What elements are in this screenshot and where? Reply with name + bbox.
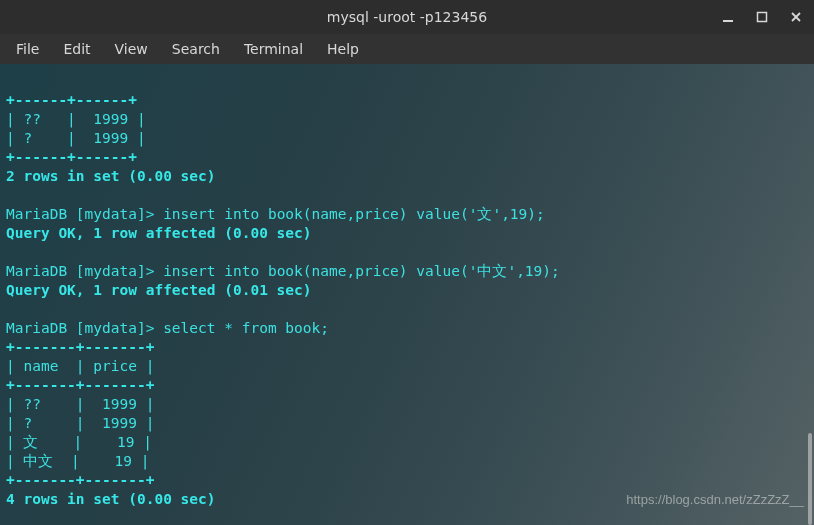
table-row: | ?? | 1999 | bbox=[6, 111, 146, 127]
db-prompt: MariaDB [mydata]> bbox=[6, 263, 163, 279]
scroll-thumb[interactable] bbox=[808, 433, 812, 525]
maximize-icon bbox=[756, 11, 768, 23]
table-row: | ? | 1999 | bbox=[6, 415, 154, 431]
menu-bar: File Edit View Search Terminal Help bbox=[0, 34, 814, 64]
table-row: | 文 | 19 | bbox=[6, 434, 152, 450]
sql-statement: insert into book(name,price) value('中文',… bbox=[163, 263, 560, 279]
table-header: | name | price | bbox=[6, 358, 154, 374]
table-row: | 中文 | 19 | bbox=[6, 453, 150, 469]
menu-view[interactable]: View bbox=[105, 37, 158, 61]
table-border: +-------+-------+ bbox=[6, 377, 154, 393]
menu-search[interactable]: Search bbox=[162, 37, 230, 61]
window-controls bbox=[716, 0, 808, 34]
table-row: | ?? | 1999 | bbox=[6, 396, 154, 412]
menu-edit[interactable]: Edit bbox=[53, 37, 100, 61]
db-prompt: MariaDB [mydata]> bbox=[6, 320, 163, 336]
menu-file[interactable]: File bbox=[6, 37, 49, 61]
svg-rect-1 bbox=[758, 13, 767, 22]
query-ok: Query OK, 1 row affected (0.00 sec) bbox=[6, 225, 312, 241]
menu-help[interactable]: Help bbox=[317, 37, 369, 61]
svg-rect-0 bbox=[723, 20, 733, 22]
title-bar: mysql -uroot -p123456 bbox=[0, 0, 814, 34]
table-border: +------+------+ bbox=[6, 92, 137, 108]
table-border: +-------+-------+ bbox=[6, 339, 154, 355]
maximize-button[interactable] bbox=[750, 5, 774, 29]
result-summary: 4 rows in set (0.00 sec) bbox=[6, 491, 216, 507]
sql-statement: insert into book(name,price) value('文',1… bbox=[163, 206, 545, 222]
result-summary: 2 rows in set (0.00 sec) bbox=[6, 168, 216, 184]
menu-terminal[interactable]: Terminal bbox=[234, 37, 313, 61]
minimize-button[interactable] bbox=[716, 5, 740, 29]
minimize-icon bbox=[722, 11, 734, 23]
watermark: https://blog.csdn.net/zZzZzZ__ bbox=[626, 490, 804, 509]
close-icon bbox=[790, 11, 802, 23]
close-button[interactable] bbox=[784, 5, 808, 29]
scrollbar[interactable] bbox=[808, 64, 812, 525]
table-border: +-------+-------+ bbox=[6, 472, 154, 488]
db-prompt: MariaDB [mydata]> bbox=[6, 206, 163, 222]
table-row: | ? | 1999 | bbox=[6, 130, 146, 146]
terminal-output[interactable]: +------+------+ | ?? | 1999 | | ? | 1999… bbox=[0, 64, 814, 525]
query-ok: Query OK, 1 row affected (0.01 sec) bbox=[6, 282, 312, 298]
sql-statement: select * from book; bbox=[163, 320, 329, 336]
table-border: +------+------+ bbox=[6, 149, 137, 165]
window-title: mysql -uroot -p123456 bbox=[327, 9, 487, 25]
